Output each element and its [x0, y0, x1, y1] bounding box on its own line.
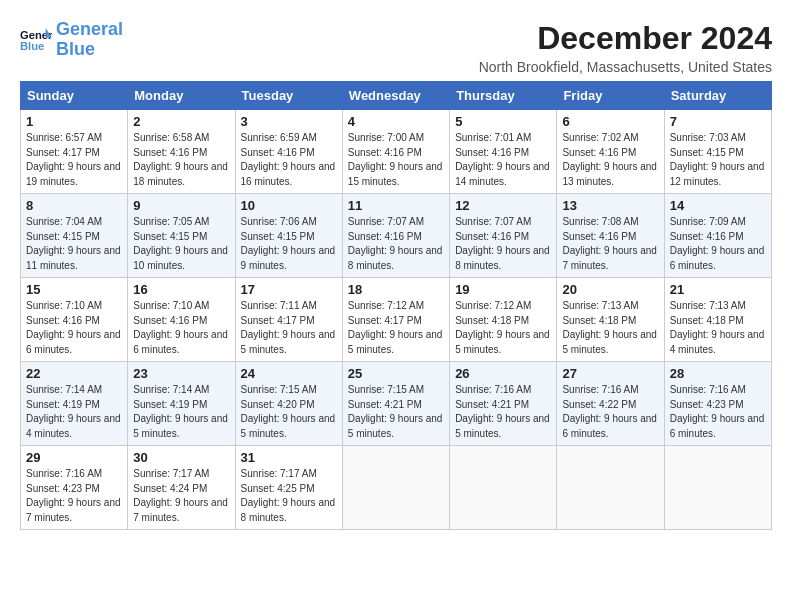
day-detail: Sunrise: 7:04 AMSunset: 4:15 PMDaylight:…: [26, 215, 122, 273]
week-row-4: 22Sunrise: 7:14 AMSunset: 4:19 PMDayligh…: [21, 362, 772, 446]
day-detail: Sunrise: 6:58 AMSunset: 4:16 PMDaylight:…: [133, 131, 229, 189]
day-detail: Sunrise: 7:16 AMSunset: 4:21 PMDaylight:…: [455, 383, 551, 441]
day-detail: Sunrise: 7:08 AMSunset: 4:16 PMDaylight:…: [562, 215, 658, 273]
calendar-cell: 12Sunrise: 7:07 AMSunset: 4:16 PMDayligh…: [450, 194, 557, 278]
calendar-cell: 27Sunrise: 7:16 AMSunset: 4:22 PMDayligh…: [557, 362, 664, 446]
day-detail: Sunrise: 7:16 AMSunset: 4:23 PMDaylight:…: [26, 467, 122, 525]
day-number: 19: [455, 282, 551, 297]
day-number: 16: [133, 282, 229, 297]
day-detail: Sunrise: 7:01 AMSunset: 4:16 PMDaylight:…: [455, 131, 551, 189]
day-detail: Sunrise: 7:03 AMSunset: 4:15 PMDaylight:…: [670, 131, 766, 189]
calendar-cell: 10Sunrise: 7:06 AMSunset: 4:15 PMDayligh…: [235, 194, 342, 278]
day-detail: Sunrise: 7:17 AMSunset: 4:25 PMDaylight:…: [241, 467, 337, 525]
day-detail: Sunrise: 7:02 AMSunset: 4:16 PMDaylight:…: [562, 131, 658, 189]
day-detail: Sunrise: 7:17 AMSunset: 4:24 PMDaylight:…: [133, 467, 229, 525]
day-number: 27: [562, 366, 658, 381]
calendar-cell: 14Sunrise: 7:09 AMSunset: 4:16 PMDayligh…: [664, 194, 771, 278]
day-detail: Sunrise: 7:14 AMSunset: 4:19 PMDaylight:…: [26, 383, 122, 441]
day-detail: Sunrise: 7:11 AMSunset: 4:17 PMDaylight:…: [241, 299, 337, 357]
calendar-table: SundayMondayTuesdayWednesdayThursdayFrid…: [20, 81, 772, 530]
week-row-5: 29Sunrise: 7:16 AMSunset: 4:23 PMDayligh…: [21, 446, 772, 530]
weekday-thursday: Thursday: [450, 82, 557, 110]
calendar-cell: 30Sunrise: 7:17 AMSunset: 4:24 PMDayligh…: [128, 446, 235, 530]
weekday-wednesday: Wednesday: [342, 82, 449, 110]
day-number: 30: [133, 450, 229, 465]
logo-icon: General Blue: [20, 26, 52, 54]
calendar-cell: 26Sunrise: 7:16 AMSunset: 4:21 PMDayligh…: [450, 362, 557, 446]
weekday-friday: Friday: [557, 82, 664, 110]
calendar-cell: 25Sunrise: 7:15 AMSunset: 4:21 PMDayligh…: [342, 362, 449, 446]
calendar-cell: 24Sunrise: 7:15 AMSunset: 4:20 PMDayligh…: [235, 362, 342, 446]
day-number: 25: [348, 366, 444, 381]
weekday-header-row: SundayMondayTuesdayWednesdayThursdayFrid…: [21, 82, 772, 110]
week-row-2: 8Sunrise: 7:04 AMSunset: 4:15 PMDaylight…: [21, 194, 772, 278]
calendar-cell: [450, 446, 557, 530]
calendar-cell: 6Sunrise: 7:02 AMSunset: 4:16 PMDaylight…: [557, 110, 664, 194]
week-row-1: 1Sunrise: 6:57 AMSunset: 4:17 PMDaylight…: [21, 110, 772, 194]
svg-text:Blue: Blue: [20, 40, 44, 52]
calendar-cell: 5Sunrise: 7:01 AMSunset: 4:16 PMDaylight…: [450, 110, 557, 194]
day-detail: Sunrise: 7:07 AMSunset: 4:16 PMDaylight:…: [455, 215, 551, 273]
calendar-cell: 1Sunrise: 6:57 AMSunset: 4:17 PMDaylight…: [21, 110, 128, 194]
logo: General Blue General Blue: [20, 20, 123, 60]
calendar-cell: 19Sunrise: 7:12 AMSunset: 4:18 PMDayligh…: [450, 278, 557, 362]
day-number: 5: [455, 114, 551, 129]
day-number: 4: [348, 114, 444, 129]
weekday-sunday: Sunday: [21, 82, 128, 110]
day-number: 13: [562, 198, 658, 213]
day-detail: Sunrise: 7:13 AMSunset: 4:18 PMDaylight:…: [670, 299, 766, 357]
day-number: 22: [26, 366, 122, 381]
day-number: 24: [241, 366, 337, 381]
calendar-cell: 15Sunrise: 7:10 AMSunset: 4:16 PMDayligh…: [21, 278, 128, 362]
day-detail: Sunrise: 6:59 AMSunset: 4:16 PMDaylight:…: [241, 131, 337, 189]
calendar-cell: 11Sunrise: 7:07 AMSunset: 4:16 PMDayligh…: [342, 194, 449, 278]
day-number: 7: [670, 114, 766, 129]
calendar-cell: 31Sunrise: 7:17 AMSunset: 4:25 PMDayligh…: [235, 446, 342, 530]
calendar-cell: 8Sunrise: 7:04 AMSunset: 4:15 PMDaylight…: [21, 194, 128, 278]
day-detail: Sunrise: 7:10 AMSunset: 4:16 PMDaylight:…: [133, 299, 229, 357]
title-area: December 2024 North Brookfield, Massachu…: [479, 20, 772, 75]
day-number: 20: [562, 282, 658, 297]
calendar-cell: 17Sunrise: 7:11 AMSunset: 4:17 PMDayligh…: [235, 278, 342, 362]
day-detail: Sunrise: 7:16 AMSunset: 4:22 PMDaylight:…: [562, 383, 658, 441]
day-detail: Sunrise: 7:05 AMSunset: 4:15 PMDaylight:…: [133, 215, 229, 273]
day-number: 1: [26, 114, 122, 129]
day-number: 6: [562, 114, 658, 129]
day-number: 15: [26, 282, 122, 297]
calendar-cell: 28Sunrise: 7:16 AMSunset: 4:23 PMDayligh…: [664, 362, 771, 446]
calendar-cell: 20Sunrise: 7:13 AMSunset: 4:18 PMDayligh…: [557, 278, 664, 362]
month-title: December 2024: [479, 20, 772, 57]
logo-text-general: General: [56, 19, 123, 39]
calendar-cell: 21Sunrise: 7:13 AMSunset: 4:18 PMDayligh…: [664, 278, 771, 362]
day-number: 26: [455, 366, 551, 381]
day-detail: Sunrise: 7:09 AMSunset: 4:16 PMDaylight:…: [670, 215, 766, 273]
day-number: 14: [670, 198, 766, 213]
logo-text-blue: Blue: [56, 39, 95, 59]
day-detail: Sunrise: 7:12 AMSunset: 4:18 PMDaylight:…: [455, 299, 551, 357]
day-number: 12: [455, 198, 551, 213]
calendar-cell: 9Sunrise: 7:05 AMSunset: 4:15 PMDaylight…: [128, 194, 235, 278]
day-number: 17: [241, 282, 337, 297]
day-detail: Sunrise: 7:16 AMSunset: 4:23 PMDaylight:…: [670, 383, 766, 441]
calendar-cell: 4Sunrise: 7:00 AMSunset: 4:16 PMDaylight…: [342, 110, 449, 194]
day-number: 23: [133, 366, 229, 381]
calendar-cell: [557, 446, 664, 530]
day-detail: Sunrise: 7:06 AMSunset: 4:15 PMDaylight:…: [241, 215, 337, 273]
calendar-cell: 22Sunrise: 7:14 AMSunset: 4:19 PMDayligh…: [21, 362, 128, 446]
calendar-cell: [664, 446, 771, 530]
day-number: 3: [241, 114, 337, 129]
calendar-cell: 7Sunrise: 7:03 AMSunset: 4:15 PMDaylight…: [664, 110, 771, 194]
location-title: North Brookfield, Massachusetts, United …: [479, 59, 772, 75]
weekday-monday: Monday: [128, 82, 235, 110]
day-number: 21: [670, 282, 766, 297]
calendar-body: 1Sunrise: 6:57 AMSunset: 4:17 PMDaylight…: [21, 110, 772, 530]
day-detail: Sunrise: 7:13 AMSunset: 4:18 PMDaylight:…: [562, 299, 658, 357]
day-number: 11: [348, 198, 444, 213]
calendar-cell: 2Sunrise: 6:58 AMSunset: 4:16 PMDaylight…: [128, 110, 235, 194]
day-number: 10: [241, 198, 337, 213]
day-detail: Sunrise: 7:12 AMSunset: 4:17 PMDaylight:…: [348, 299, 444, 357]
calendar-cell: 3Sunrise: 6:59 AMSunset: 4:16 PMDaylight…: [235, 110, 342, 194]
day-number: 28: [670, 366, 766, 381]
calendar-cell: 13Sunrise: 7:08 AMSunset: 4:16 PMDayligh…: [557, 194, 664, 278]
weekday-saturday: Saturday: [664, 82, 771, 110]
